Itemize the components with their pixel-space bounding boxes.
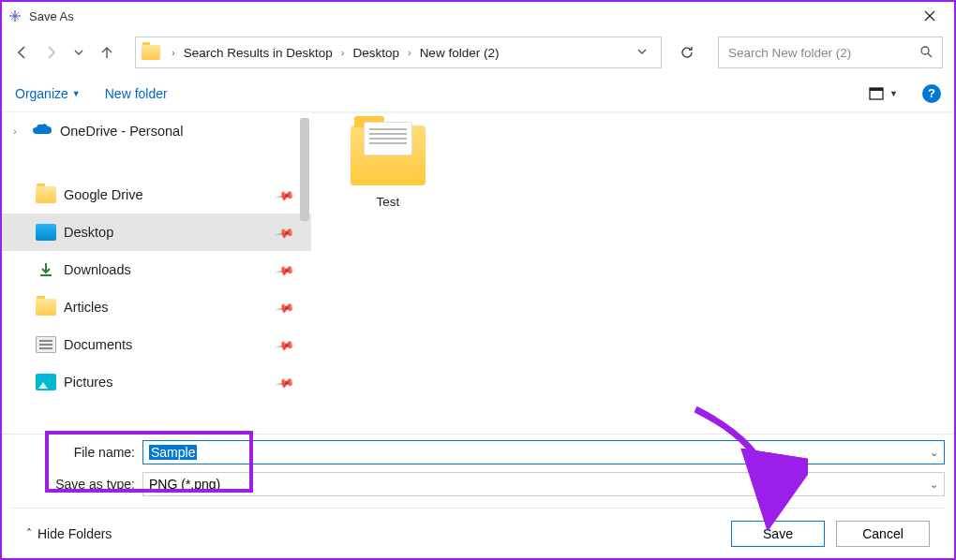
toolbar: Organize ▼ New folder ▼ ?: [2, 75, 954, 112]
chevron-right-icon[interactable]: ›: [404, 47, 415, 58]
filetype-value: PNG (*.png): [149, 477, 220, 492]
pin-icon: 📌: [275, 184, 295, 204]
folder-icon: [36, 186, 56, 203]
chevron-right-icon[interactable]: ›: [337, 47, 349, 58]
tree-item-pictures[interactable]: Pictures 📌: [2, 363, 311, 401]
titlebar: Save As: [2, 2, 954, 30]
tree-label: Google Drive: [64, 187, 143, 202]
download-icon: [36, 261, 56, 278]
folder-icon: [142, 45, 160, 60]
documents-icon: [36, 336, 56, 353]
pin-icon: 📌: [275, 297, 295, 317]
folder-icon: [351, 125, 426, 185]
view-icon: [869, 87, 884, 100]
tree-label: Desktop: [64, 225, 113, 240]
tree-label: Documents: [64, 337, 132, 352]
cancel-button[interactable]: Cancel: [836, 521, 930, 547]
address-bar[interactable]: › Search Results in Desktop › Desktop › …: [135, 37, 662, 68]
search-icon: [919, 45, 933, 61]
tree-label: Downloads: [64, 262, 131, 277]
address-dropdown[interactable]: [629, 44, 655, 61]
chevron-down-icon: ▼: [72, 89, 81, 98]
tree-label: Articles: [64, 300, 109, 315]
hide-folders-toggle[interactable]: ˄ Hide Folders: [26, 526, 112, 541]
svg-point-0: [921, 47, 929, 54]
filetype-select[interactable]: PNG (*.png) ⌄: [142, 472, 945, 496]
filename-value: Sample: [149, 445, 197, 460]
filename-label: File name:: [11, 445, 135, 460]
breadcrumb-segment[interactable]: Desktop: [350, 46, 402, 60]
search-placeholder: Search New folder (2): [728, 46, 851, 60]
pin-icon: 📌: [275, 372, 295, 391]
tree-label: OneDrive - Personal: [60, 124, 183, 139]
onedrive-icon: [32, 123, 52, 140]
content-pane[interactable]: Test: [311, 112, 954, 434]
filename-input[interactable]: Sample ⌄: [142, 440, 945, 464]
body: › OneDrive - Personal Google Drive 📌 Des…: [2, 112, 954, 434]
forward-button[interactable]: [41, 43, 60, 62]
folder-icon: [36, 299, 56, 316]
breadcrumb-segment[interactable]: Search Results in Desktop: [181, 46, 336, 60]
tree-item-onedrive[interactable]: › OneDrive - Personal: [2, 112, 311, 150]
navigation-pane: › OneDrive - Personal Google Drive 📌 Des…: [2, 112, 311, 434]
scrollbar-thumb[interactable]: [300, 118, 309, 221]
filetype-label: Save as type:: [11, 477, 135, 492]
footer: ˄ Hide Folders Save Cancel: [11, 508, 945, 558]
view-menu[interactable]: ▼: [869, 87, 898, 100]
chevron-right-icon[interactable]: ›: [168, 47, 179, 58]
item-label: Test: [332, 195, 444, 209]
close-button[interactable]: [911, 3, 949, 29]
back-button[interactable]: [13, 43, 32, 62]
new-folder-button[interactable]: New folder: [105, 86, 168, 101]
tree-item-desktop[interactable]: Desktop 📌: [2, 214, 311, 251]
refresh-button[interactable]: [671, 37, 703, 68]
pin-icon: 📌: [275, 222, 295, 242]
tree-label: Pictures: [64, 375, 112, 390]
tree-item-documents[interactable]: Documents 📌: [2, 326, 311, 363]
form-area: File name: Sample ⌄ Save as type: PNG (*…: [2, 434, 954, 558]
window-title: Save As: [29, 9, 911, 23]
help-button[interactable]: ?: [922, 84, 941, 103]
nav-row: › Search Results in Desktop › Desktop › …: [2, 30, 954, 75]
breadcrumb-segment[interactable]: New folder (2): [417, 46, 502, 60]
up-button[interactable]: [97, 43, 116, 62]
tree-item-downloads[interactable]: Downloads 📌: [2, 251, 311, 288]
chevron-right-icon[interactable]: ›: [13, 125, 24, 137]
desktop-icon: [36, 224, 56, 241]
save-button[interactable]: Save: [731, 521, 825, 547]
app-icon: [7, 8, 22, 23]
save-as-dialog: Save As › Search Results in Desktop › De…: [0, 0, 956, 560]
chevron-up-icon: ˄: [26, 527, 32, 540]
chevron-down-icon: ▼: [889, 89, 898, 98]
search-input[interactable]: Search New folder (2): [718, 37, 943, 68]
chevron-down-icon[interactable]: ⌄: [930, 447, 938, 459]
tree-item-articles[interactable]: Articles 📌: [2, 288, 311, 326]
pictures-icon: [36, 374, 56, 391]
svg-rect-2: [870, 88, 883, 91]
pin-icon: 📌: [275, 334, 295, 354]
pin-icon: 📌: [275, 259, 295, 279]
chevron-down-icon[interactable]: ⌄: [930, 479, 938, 491]
tree-item-gdrive[interactable]: Google Drive 📌: [2, 176, 311, 214]
organize-menu[interactable]: Organize ▼: [15, 86, 81, 101]
folder-item-test[interactable]: Test: [332, 125, 444, 209]
recent-dropdown[interactable]: [69, 43, 88, 62]
